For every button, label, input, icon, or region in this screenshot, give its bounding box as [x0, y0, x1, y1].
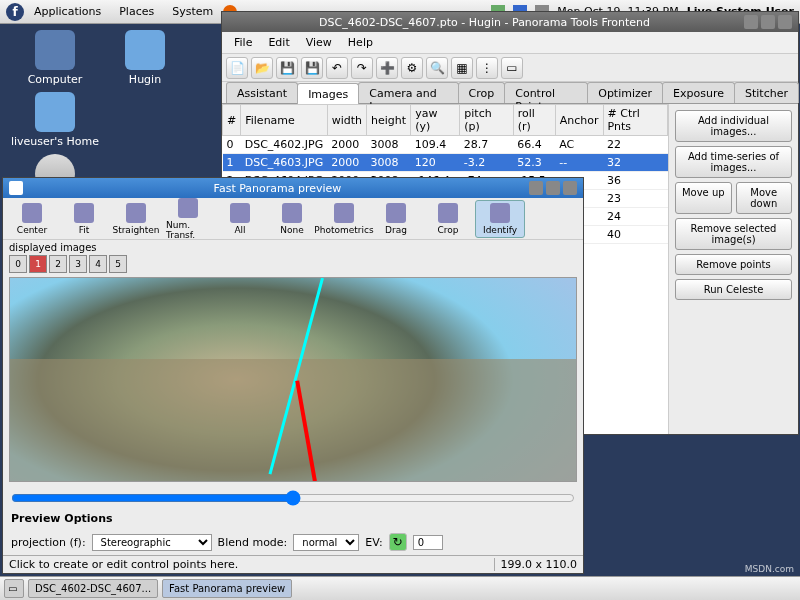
blend-label: Blend mode:: [218, 536, 288, 549]
column-header[interactable]: roll (r): [513, 105, 555, 136]
add-individual-images-button[interactable]: Add individual images...: [675, 110, 792, 142]
display-image-toggle[interactable]: 4: [89, 255, 107, 273]
preview-titlebar[interactable]: Fast Panorama preview: [3, 178, 583, 198]
blend-select[interactable]: normal: [293, 534, 359, 551]
num. transf.-icon: [178, 198, 198, 218]
tool-fit[interactable]: Fit: [59, 200, 109, 238]
refresh-icon[interactable]: ↻: [389, 533, 407, 551]
save-icon[interactable]: 💾: [276, 57, 298, 79]
tab-optimizer[interactable]: Optimizer: [587, 82, 663, 103]
open-icon[interactable]: 📂: [251, 57, 273, 79]
close-icon[interactable]: [778, 15, 792, 29]
identify-icon: [490, 203, 510, 223]
projection-select[interactable]: Stereographic: [92, 534, 212, 551]
tool-photometrics[interactable]: Photometrics: [319, 200, 369, 238]
panorama-canvas[interactable]: [9, 277, 577, 482]
column-header[interactable]: height: [367, 105, 411, 136]
tool-identify[interactable]: Identify: [475, 200, 525, 238]
remove-pointsbutton[interactable]: Remove points: [675, 254, 792, 275]
stitch-icon[interactable]: ▭: [501, 57, 523, 79]
column-header[interactable]: width: [327, 105, 366, 136]
preview-toolbar: CenterFitStraightenNum. Transf.AllNonePh…: [3, 198, 583, 240]
app-icon: [9, 181, 23, 195]
column-header[interactable]: pitch (p): [460, 105, 513, 136]
preview-icon[interactable]: 🔍: [426, 57, 448, 79]
tab-camera-and-lens[interactable]: Camera and Lens: [358, 82, 458, 103]
tool-crop[interactable]: Crop: [423, 200, 473, 238]
preview-options: Preview Options: [3, 508, 583, 529]
help-menu[interactable]: Help: [340, 33, 381, 52]
desktop-icon-computer[interactable]: Computer: [10, 30, 100, 86]
tool-straighten[interactable]: Straighten: [111, 200, 161, 238]
column-header[interactable]: yaw (y): [411, 105, 460, 136]
tool-none[interactable]: None: [267, 200, 317, 238]
optimize-icon[interactable]: ⚙: [401, 57, 423, 79]
tool-num-transf-[interactable]: Num. Transf.: [163, 195, 213, 243]
tool-center[interactable]: Center: [7, 200, 57, 238]
tab-crop[interactable]: Crop: [458, 82, 506, 103]
minimize-icon[interactable]: [744, 15, 758, 29]
displayed-images-label: displayed images: [3, 240, 583, 255]
tab-control-points[interactable]: Control Points: [504, 82, 588, 103]
table-row[interactable]: 0DSC_4602.JPG20003008109.428.766.4AC22: [223, 136, 668, 154]
displayed-images-buttons: 012345: [3, 255, 583, 277]
table-row[interactable]: 1DSC_4603.JPG20003008120-3.252.3--32: [223, 154, 668, 172]
show-desktop-icon[interactable]: ▭: [4, 579, 24, 598]
maximize-icon[interactable]: [761, 15, 775, 29]
fedora-logo-icon[interactable]: f: [6, 3, 24, 21]
display-image-toggle[interactable]: 3: [69, 255, 87, 273]
crop-icon: [438, 203, 458, 223]
redo-icon[interactable]: ↷: [351, 57, 373, 79]
desktop-icon-home[interactable]: liveuser's Home: [10, 92, 100, 148]
column-header[interactable]: # Ctrl Pnts: [603, 105, 667, 136]
saveas-icon[interactable]: 💾: [301, 57, 323, 79]
apps-menu[interactable]: Applications: [26, 2, 109, 21]
taskbar-item[interactable]: Fast Panorama preview: [162, 579, 292, 598]
minimize-icon[interactable]: [529, 181, 543, 195]
ev-input[interactable]: [413, 535, 443, 550]
tab-assistant[interactable]: Assistant: [226, 82, 298, 103]
desktop-icon-hugin[interactable]: Hugin: [100, 30, 190, 86]
add-icon[interactable]: ➕: [376, 57, 398, 79]
hugin-side-panel: Add individual images...Add time-series …: [668, 104, 798, 434]
tab-exposure[interactable]: Exposure: [662, 82, 735, 103]
system-menu[interactable]: System: [164, 2, 221, 21]
file-menu[interactable]: File: [226, 33, 260, 52]
photometrics-icon: [334, 203, 354, 223]
fit-icon: [74, 203, 94, 223]
remove-selected-image-s-button[interactable]: Remove selected image(s): [675, 218, 792, 250]
maximize-icon[interactable]: [546, 181, 560, 195]
fov-slider[interactable]: [11, 490, 575, 506]
view-menu[interactable]: View: [298, 33, 340, 52]
center-icon: [22, 203, 42, 223]
undo-icon[interactable]: ↶: [326, 57, 348, 79]
add-time-series-of-images-button[interactable]: Add time-series of images...: [675, 146, 792, 178]
display-image-toggle[interactable]: 1: [29, 255, 47, 273]
move-upbutton[interactable]: Move up: [675, 182, 732, 214]
move-downbutton[interactable]: Move down: [736, 182, 793, 214]
hugin-menubar: File Edit View Help: [222, 32, 798, 54]
column-header[interactable]: #: [223, 105, 241, 136]
gl-icon[interactable]: ▦: [451, 57, 473, 79]
places-menu[interactable]: Places: [111, 2, 162, 21]
tab-images[interactable]: Images: [297, 83, 359, 104]
tool-drag[interactable]: Drag: [371, 200, 421, 238]
points-icon[interactable]: ⋮: [476, 57, 498, 79]
none-icon: [282, 203, 302, 223]
new-icon[interactable]: 📄: [226, 57, 248, 79]
column-header[interactable]: Filename: [241, 105, 328, 136]
display-image-toggle[interactable]: 5: [109, 255, 127, 273]
tool-all[interactable]: All: [215, 200, 265, 238]
projection-label: projection (f):: [11, 536, 86, 549]
tab-stitcher[interactable]: Stitcher: [734, 82, 799, 103]
run-celestebutton[interactable]: Run Celeste: [675, 279, 792, 300]
column-header[interactable]: Anchor: [555, 105, 603, 136]
display-image-toggle[interactable]: 2: [49, 255, 67, 273]
preview-statusbar: Click to create or edit control points h…: [3, 555, 583, 573]
close-icon[interactable]: [563, 181, 577, 195]
preview-window: Fast Panorama preview CenterFitStraighte…: [2, 177, 584, 574]
hugin-titlebar[interactable]: DSC_4602-DSC_4607.pto - Hugin - Panorama…: [222, 12, 798, 32]
display-image-toggle[interactable]: 0: [9, 255, 27, 273]
taskbar-item[interactable]: DSC_4602-DSC_4607...: [28, 579, 158, 598]
edit-menu[interactable]: Edit: [260, 33, 297, 52]
